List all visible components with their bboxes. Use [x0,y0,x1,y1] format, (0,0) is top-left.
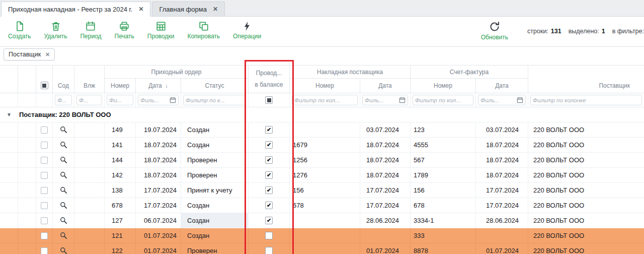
column-header-order-number[interactable]: Номер [105,79,136,93]
group-row-supplier[interactable]: ▼ Поставщик: 220 ВОЛЬТ ООО [0,107,644,122]
table-row[interactable]: 121 01.07.2024 Создан ✔ 333 220 ВОЛЬТ ОО… [0,228,644,243]
filter-input-vlozh[interactable] [79,97,100,104]
column-header-posted-in-balance[interactable]: Провод... в балансе [249,66,290,93]
posted-checkbox[interactable]: ✔ [265,247,273,254]
tab-main-form[interactable]: Главная форма ✕ [152,2,224,17]
column-header-factura-number[interactable]: Номер [411,79,476,93]
magnifier-icon[interactable] [60,217,67,224]
refresh-button[interactable]: Обновить [477,19,512,41]
table-row[interactable]: 142 18.07.2024 Проверен ✔ 1276 18.07.202… [0,168,644,183]
close-icon[interactable]: ✕ [45,51,50,58]
table-row[interactable]: 127 06.07.2024 Создан ✔ 28.06.2024 3334-… [0,213,644,228]
factura-number-cell: 8878 [411,243,476,254]
magnifier-icon[interactable] [60,141,67,149]
filter-input-order-number[interactable] [109,97,131,104]
posted-checkbox[interactable]: ✔ [265,217,273,224]
row-vlozh-cell [74,153,105,167]
delete-button[interactable]: Удалить [40,19,71,40]
posted-checkbox[interactable]: ✔ [265,232,273,239]
row-select-checkbox[interactable] [41,142,48,149]
posted-cell: ✔ [249,138,290,152]
row-vlozh-cell [74,122,105,137]
table-row[interactable]: 149 19.07.2024 Создан ✔ 03.07.2024 123 0… [0,122,644,138]
order-date-cell: 06.07.2024 [136,213,181,228]
table-row[interactable]: 678 17.07.2024 Создан ✔ 678 17.07.2024 6… [0,198,644,213]
row-select-cell [36,243,53,254]
posted-cell: ✔ [249,198,290,213]
column-header-label: Дата [148,82,162,89]
column-header-supplier[interactable]: Поставщик [528,66,644,93]
table-row[interactable]: 138 17.07.2024 Принят к учету ✔ 156 17.0… [0,183,644,198]
magnifier-icon[interactable] [60,202,67,209]
filter-input-factura-number[interactable] [415,97,471,104]
print-button[interactable]: Печать [111,19,138,40]
magnifier-icon[interactable] [60,126,67,134]
row-select-checkbox[interactable] [41,172,48,179]
row-spacer-cell [0,213,18,228]
filter-chip-supplier[interactable]: Поставщик ✕ [4,48,55,60]
magnifier-icon[interactable] [60,186,67,194]
factura-date-cell: 17.07.2024 [476,183,528,198]
row-select-checkbox[interactable] [41,202,48,209]
filter-input-factura-date[interactable] [480,97,517,104]
magnifier-icon[interactable] [60,232,67,239]
row-sod-cell [53,153,74,167]
operations-button[interactable]: Операции [229,19,265,40]
posted-checkbox[interactable]: ✔ [265,156,273,164]
close-icon[interactable]: ✕ [138,6,143,13]
status-cell: Создан [181,122,249,137]
filter-input-invoice-date[interactable] [365,97,399,104]
order-number-cell: 149 [105,122,136,137]
column-header-factura-date[interactable]: Дата [476,79,528,93]
calendar-icon[interactable] [399,97,406,103]
posted-checkbox[interactable]: ✔ [265,126,273,134]
magnifier-icon[interactable] [60,156,67,164]
create-button[interactable]: Создать [4,19,35,40]
filter-input-order-date[interactable] [140,97,170,104]
expander-icon[interactable]: ▼ [0,112,18,117]
magnifier-icon[interactable] [60,171,67,179]
table-row[interactable]: 122 01.07.2024 Проверен ✔ 01.07.2024 887… [0,243,644,254]
filter-input-invoice-number[interactable] [294,97,355,104]
calendar-icon[interactable] [517,97,523,103]
row-select-checkbox[interactable] [41,232,48,239]
column-header-sod[interactable]: Сод [53,66,74,93]
filter-input-supplier[interactable] [533,97,639,104]
period-button[interactable]: Период [76,19,105,40]
factura-date-cell: 28.06.2024 [476,213,528,228]
posted-filter-checkbox[interactable] [265,96,273,104]
postings-button[interactable]: Проводки [143,19,179,40]
column-header-invoice-date[interactable]: Дата [360,79,411,93]
table-row[interactable]: 141 18.07.2024 Создан ✔ 1679 18.07.2024 … [0,138,644,153]
row-spacer-cell [0,243,18,254]
filter-input-sod[interactable] [57,97,69,104]
magnifier-icon[interactable] [60,247,67,254]
toolbar-button-label: Копировать [187,33,220,40]
posted-checkbox[interactable]: ✔ [265,141,273,149]
row-select-checkbox[interactable] [41,157,48,164]
column-header-invoice-number[interactable]: Номер [290,79,360,93]
calendar-icon[interactable] [170,97,176,103]
row-select-checkbox[interactable] [41,187,48,194]
invoice-date-cell: 03.07.2024 [360,122,411,137]
tab-incoming-invoice-register[interactable]: Приходная накладная - Реестр за 2024 г. … [1,2,150,17]
copy-button[interactable]: Копировать [183,19,224,40]
column-header-order-date[interactable]: Дата ↓ [136,79,181,93]
row-select-checkbox[interactable] [41,247,48,254]
posted-checkbox[interactable]: ✔ [265,202,273,209]
row-vlozh-cell [74,228,105,243]
invoice-date-cell: 18.07.2024 [360,138,411,152]
row-select-checkbox[interactable] [41,126,48,134]
select-all-checkbox[interactable] [41,82,48,89]
status-cell: Создан [181,213,249,228]
close-icon[interactable]: ✕ [213,6,218,13]
row-select-checkbox[interactable] [41,217,48,224]
column-header-order-status[interactable]: Статус [181,79,249,93]
table-row[interactable]: 144 18.07.2024 Проверен ✔ 1256 18.07.202… [0,153,644,168]
filter-input-order-status[interactable] [186,97,244,104]
posted-checkbox[interactable]: ✔ [265,186,273,194]
filter-cell-order-number [105,93,136,107]
column-header-vlozh[interactable]: Влж [74,66,105,93]
posted-checkbox[interactable]: ✔ [265,171,273,179]
row-marker-cell [18,153,36,167]
